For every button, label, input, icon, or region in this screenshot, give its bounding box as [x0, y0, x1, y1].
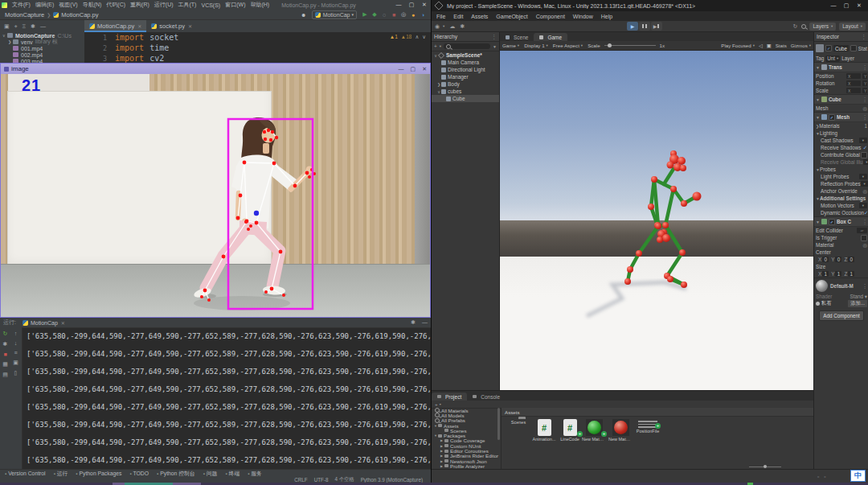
run-config-selector[interactable]: MotionCap▾ — [312, 10, 357, 19]
center-values-row[interactable]: X0 Y0 Z0 — [814, 256, 868, 263]
contribute-gi-row[interactable]: Contribute Global — [814, 151, 868, 158]
tool-window-button[interactable]: ▪问题 — [203, 470, 218, 478]
status-item[interactable]: CRLF — [294, 477, 307, 483]
project-tree-file[interactable]: 001.mp4 — [0, 45, 84, 51]
close-button[interactable]: ✕ — [853, 2, 866, 9]
light-probes-row[interactable]: Light Probes▾ — [814, 173, 868, 180]
menu-item[interactable]: 工具(T) — [176, 1, 199, 9]
panel-menu-icon[interactable]: ⋮ — [491, 34, 497, 40]
console-log-icon[interactable]: ▫ — [817, 474, 819, 479]
tab-project[interactable]: Project — [432, 393, 467, 401]
anchor-override-row[interactable]: Anchor Override◎ — [814, 187, 868, 195]
tool-window-button[interactable]: ▪服务 — [248, 470, 262, 478]
mesh-renderer-component-header[interactable]: ▼✓Mesh⋮ — [814, 112, 868, 122]
console-tab[interactable]: MotionCap✕ — [23, 320, 65, 326]
hide-panel-icon[interactable]: — — [40, 23, 46, 29]
aspect-dropdown[interactable]: Free Aspect▾ — [553, 43, 583, 48]
layout-dropdown[interactable]: Layout▾ — [839, 23, 866, 31]
menu-item[interactable]: Help — [601, 14, 612, 19]
tab-game[interactable]: Game — [534, 33, 567, 41]
hierarchy-item-manager[interactable]: Manager — [432, 73, 499, 80]
mute-audio-icon[interactable]: ◁ — [759, 43, 763, 48]
close-button[interactable]: ✕ — [418, 2, 431, 8]
project-view-icon[interactable]: ▣ — [4, 23, 10, 30]
edit-collider-button[interactable]: ▱ — [857, 228, 867, 233]
collab-status-icon[interactable]: ▫ — [824, 474, 825, 479]
hierarchy-item-body[interactable]: ❯Body — [432, 80, 499, 88]
close-icon[interactable]: ✕ — [422, 66, 427, 72]
slider-knob[interactable] — [608, 43, 612, 47]
restore-layout-icon[interactable]: ▦ — [2, 361, 8, 368]
image-window-titlebar[interactable]: image —▢✕ — [1, 64, 430, 74]
step-button[interactable]: ▶ — [651, 22, 662, 31]
search-icon[interactable] — [801, 24, 806, 29]
inspection-widget[interactable]: ▲1 ▲18 ∧∨ — [390, 34, 426, 40]
menu-item[interactable]: 导航(N) — [80, 1, 104, 9]
menu-item[interactable]: 视图(V) — [56, 1, 80, 9]
box-collider-component-header[interactable]: ▼✓Box C⋮ — [814, 216, 868, 227]
tool-window-button[interactable]: ▪TODO — [129, 471, 149, 476]
vsync-icon[interactable]: ▣ — [767, 43, 772, 48]
hierarchy-item-cube[interactable]: Cube — [432, 95, 499, 102]
tool-window-button[interactable]: ▪终端 — [225, 470, 240, 478]
project-tree-item[interactable]: ▶Profile Analyzer — [432, 463, 501, 468]
settings-gear-icon[interactable]: ✱ — [31, 23, 35, 30]
object-picker-icon[interactable]: ◎ — [863, 242, 868, 248]
tool-window-button[interactable]: ▪Python Packages — [76, 471, 121, 476]
hierarchy-search-input[interactable] — [444, 43, 490, 49]
console-output[interactable]: ['635,580,-299,644,590,-277,649,590,-277… — [22, 327, 431, 469]
menu-item[interactable]: Window — [573, 14, 593, 19]
object-picker-icon[interactable]: ◎ — [863, 105, 868, 111]
prev-warning-icon[interactable]: ∧ — [415, 34, 419, 40]
undo-history-icon[interactable]: ↻ — [793, 23, 798, 30]
maximize-button[interactable]: ▢ — [405, 2, 418, 8]
maximize-button[interactable]: ▢ — [840, 2, 853, 9]
menu-item[interactable]: Component — [536, 14, 565, 19]
component-enabled-checkbox[interactable]: ✓ — [829, 219, 835, 225]
motion-vectors-row[interactable]: Motion Vectors▾ — [814, 202, 868, 209]
hierarchy-item-cubes[interactable]: ∨cubes — [432, 88, 499, 95]
tab-close-icon[interactable]: ✕ — [61, 320, 65, 326]
status-item[interactable]: UTF-8 — [314, 477, 329, 483]
layers-dropdown[interactable]: Layers▾ — [809, 23, 836, 31]
breadcrumb-project[interactable]: MotionCapture — [5, 11, 44, 18]
receive-shadows-row[interactable]: Receive Shadows✓ — [814, 144, 868, 151]
coverage-button[interactable]: ◌ — [379, 12, 389, 18]
next-warning-icon[interactable]: ∨ — [422, 34, 426, 40]
add-dropdown-icon[interactable]: ▾ — [440, 44, 441, 48]
tab-console[interactable]: Console — [467, 393, 506, 401]
menu-item[interactable]: File — [436, 14, 445, 19]
tool-window-button[interactable]: ▪运行 — [54, 470, 68, 478]
services-gear-icon[interactable]: ✱ — [460, 23, 465, 30]
menu-item[interactable]: 文件(F) — [10, 1, 33, 9]
menu-item[interactable]: 重构(R) — [128, 1, 152, 9]
tag-dropdown[interactable]: Unt▾ — [825, 55, 840, 62]
tab-scene[interactable]: Scene — [500, 33, 534, 41]
minimize-button[interactable]: — — [392, 2, 405, 8]
static-checkbox[interactable] — [850, 45, 857, 51]
play-button[interactable]: ▶ — [627, 22, 638, 31]
probes-foldout[interactable]: ▼Probes — [814, 166, 868, 173]
asset-scenes-folder[interactable]: Scenes — [506, 419, 530, 425]
tool-window-button[interactable]: ▪Python 控制台 — [157, 470, 195, 478]
tool-window-button[interactable]: ▪Version Control — [5, 471, 46, 476]
project-tree-venv[interactable]: ❯venvlibrary 根 — [0, 39, 84, 45]
position-row[interactable]: PositionXY — [814, 72, 868, 80]
object-picker-icon[interactable]: ◎ — [863, 188, 868, 194]
materials-row[interactable]: ❯Materials1 — [814, 122, 868, 129]
user-account-icon[interactable]: ☻ — [299, 12, 309, 18]
material-preview-row[interactable]: Default-M⋮ — [814, 277, 868, 293]
additional-settings-foldout[interactable]: ▼Additional Settings — [814, 195, 868, 202]
menu-item[interactable]: 编辑(E) — [33, 1, 56, 9]
tab-close-icon[interactable]: ✕ — [137, 23, 141, 29]
tab-close-icon[interactable]: ✕ — [188, 23, 192, 29]
transform-component-header[interactable]: ▼Trans⋮ — [814, 62, 868, 72]
filter-icon[interactable]: ▼ — [493, 44, 497, 49]
asset-linecode-script[interactable]: #+ LineCode — [558, 419, 582, 442]
scroll-source-icon[interactable]: Ξ — [23, 23, 27, 29]
game-viewport[interactable] — [500, 51, 813, 391]
lighting-foldout[interactable]: ▼Lighting — [814, 129, 868, 137]
run-button[interactable]: ▶ — [360, 11, 370, 18]
component-enabled-checkbox[interactable]: ✓ — [829, 114, 835, 121]
code-editor[interactable]: 1importsocket 2importtime 3importcv2 ▲1 … — [84, 32, 431, 63]
